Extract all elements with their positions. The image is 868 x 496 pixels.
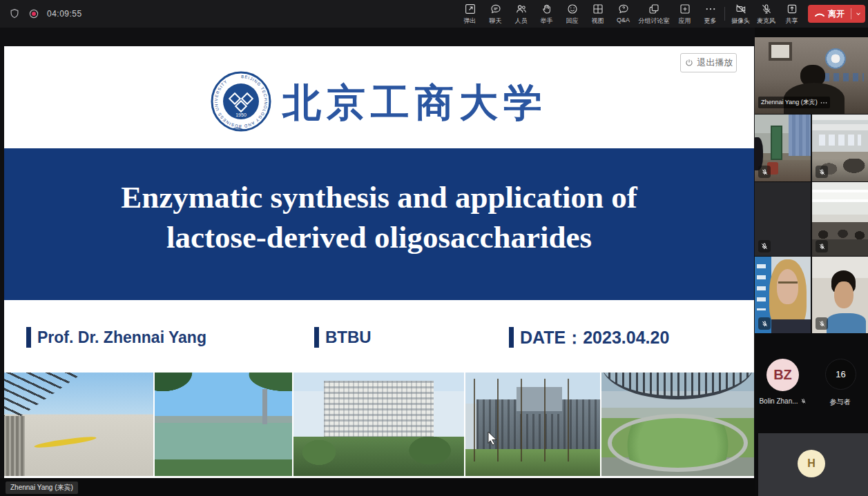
leave-options-chevron[interactable]	[851, 10, 865, 17]
raise-hand-icon	[541, 2, 553, 16]
video-decor	[769, 42, 792, 61]
tile-more-icon[interactable]	[820, 101, 827, 104]
recording-indicator-icon	[28, 8, 40, 20]
video-decor	[757, 264, 766, 310]
toolbar-button-label: 视图	[592, 17, 604, 26]
person-silhouette	[771, 319, 811, 333]
toolbar-button-raise-hand[interactable]: 举手	[534, 2, 559, 26]
participants-icon	[515, 2, 528, 16]
video-tile-lab-room[interactable]	[755, 115, 811, 181]
toolbar-button-label: 共享	[786, 17, 798, 26]
toolbar-button-label: 弹出	[464, 17, 476, 26]
toolbar-button-label: 应用	[679, 17, 691, 26]
muted-mic-icon	[816, 166, 828, 178]
date-text: DATE：2023.04.20	[520, 326, 669, 349]
video-tile-classroom[interactable]	[812, 182, 868, 256]
mouse-cursor	[488, 431, 498, 446]
participant-avatar-tile[interactable]: BZ Bolin Zhan...	[755, 334, 811, 414]
toolbar-button-label: 分组讨论室	[639, 17, 670, 26]
credit-bar	[26, 327, 31, 348]
leave-meeting-button[interactable]: 离开	[808, 5, 865, 23]
avatar-initial: H	[798, 450, 825, 477]
campus-photo-plaza	[4, 373, 153, 476]
video-tile-avatar-h[interactable]: H	[758, 433, 868, 496]
video-decor	[771, 126, 783, 160]
leave-button-label: 离开	[828, 8, 845, 20]
participant-name: Bolin Zhan...	[759, 397, 798, 405]
presentation-slide: 退出播放 BEIJING TECHNOLOGY AND BUSINESS UNI…	[4, 46, 754, 478]
muted-mic-icon	[816, 240, 828, 252]
toolbar-buttons-group: 弹出 聊天 人员 举手 回应 视图	[457, 2, 723, 26]
share-screen-icon	[786, 2, 798, 16]
campus-photo-aerial-garden	[601, 373, 754, 476]
video-decor	[778, 281, 798, 284]
photo-decor	[608, 414, 748, 472]
video-tile-name-label: Zhennai Yang (来宾)	[758, 97, 830, 108]
person-silhouette	[827, 313, 866, 333]
slide-date: DATE：2023.04.20	[509, 326, 669, 349]
device-buttons-group: 摄像头 麦克风 共享	[728, 2, 804, 26]
toolbar-button-apps[interactable]: 应用	[672, 2, 697, 26]
toolbar-button-label: 回应	[566, 17, 579, 26]
popout-icon	[464, 2, 476, 16]
slide-author: Prof. Dr. Zhennai Yang	[26, 326, 206, 349]
toolbar-button-breakout-rooms[interactable]: 分组讨论室	[636, 2, 672, 26]
camera-toggle-button[interactable]: 摄像头	[728, 2, 753, 26]
credit-bar	[314, 327, 319, 348]
leave-button-main[interactable]: 离开	[808, 8, 851, 20]
toolbar-button-participants[interactable]: 人员	[508, 2, 534, 26]
muted-mic-icon	[758, 317, 771, 330]
toolbar-button-label: 麦克风	[757, 17, 775, 26]
video-tile-woman[interactable]	[755, 257, 811, 333]
toolbar-button-view[interactable]: 视图	[585, 2, 610, 26]
video-decor	[789, 115, 811, 156]
share-screen-button[interactable]: 共享	[779, 2, 804, 26]
university-seal-logo: BEIJING TECHNOLOGY AND BUSINESS UNIVERSI…	[211, 70, 271, 137]
toolbar-button-popout[interactable]: 弹出	[457, 2, 483, 26]
security-shield-icon[interactable]	[8, 8, 21, 20]
toolbar-button-more[interactable]: 更多	[697, 2, 723, 26]
video-tile-camera-off[interactable]	[755, 182, 811, 256]
slide-title-band: Enzymatic synthesis and application of l…	[4, 148, 754, 300]
toolbar-button-reactions[interactable]: 回应	[559, 2, 585, 26]
person-silhouette	[834, 281, 853, 309]
seal-year-text: 1950	[235, 112, 247, 117]
video-tile-presenter[interactable]: Zhennai Yang (来宾)	[755, 37, 868, 114]
more-ellipsis-icon	[704, 2, 717, 16]
toolbar-button-label: 举手	[541, 17, 553, 26]
video-decor	[825, 48, 846, 69]
muted-mic-icon	[816, 317, 828, 330]
meeting-app-window: 04:09:55 弹出 聊天 人员 举手 回应	[0, 0, 868, 496]
toolbar-button-qa[interactable]: Q&A	[610, 2, 636, 26]
grid-view-icon	[592, 2, 604, 16]
tile-name-text: Zhennai Yang (来宾)	[761, 98, 818, 107]
apps-plus-icon	[679, 2, 691, 16]
video-decor	[812, 190, 868, 209]
breakout-rooms-icon	[648, 2, 660, 16]
muted-mic-icon	[758, 240, 771, 252]
participant-count-label: 参与者	[830, 397, 851, 407]
avatar-initials: BZ	[766, 359, 799, 391]
participant-count-label-row: 参与者	[812, 397, 868, 407]
slide-title-line1: Enzymatic synthesis and application of	[4, 179, 754, 216]
video-tile-man[interactable]	[812, 257, 868, 333]
slide-title-line2: lactose-derived oligosaccharides	[4, 219, 754, 256]
participant-count-badge: 16	[825, 359, 856, 390]
toolbar-button-label: 摄像头	[731, 17, 750, 26]
person-silhouette	[777, 269, 798, 304]
video-tile-bright-room[interactable]	[812, 115, 868, 181]
photo-decor	[601, 373, 754, 399]
campus-photo-gate-building	[465, 373, 600, 476]
participant-count-tile[interactable]: 16 参与者	[812, 334, 868, 414]
university-name-calligraphy: 北京工商大学	[282, 77, 548, 130]
toolbar-button-label: 聊天	[490, 17, 502, 26]
toolbar-button-label: Q&A	[617, 17, 630, 23]
affiliation-text: BTBU	[325, 328, 372, 347]
microphone-toggle-button[interactable]: 麦克风	[753, 2, 779, 26]
meeting-toolbar: 04:09:55 弹出 聊天 人员 举手 回应	[0, 0, 868, 28]
meeting-timer: 04:09:55	[47, 9, 82, 19]
university-logo-block: BEIJING TECHNOLOGY AND BUSINESS UNIVERSI…	[4, 59, 754, 148]
toolbar-button-chat[interactable]: 聊天	[483, 2, 508, 26]
participant-name-row: Bolin Zhan...	[755, 397, 811, 405]
presenter-name-badge: Zhennai Yang (来宾)	[6, 482, 78, 494]
